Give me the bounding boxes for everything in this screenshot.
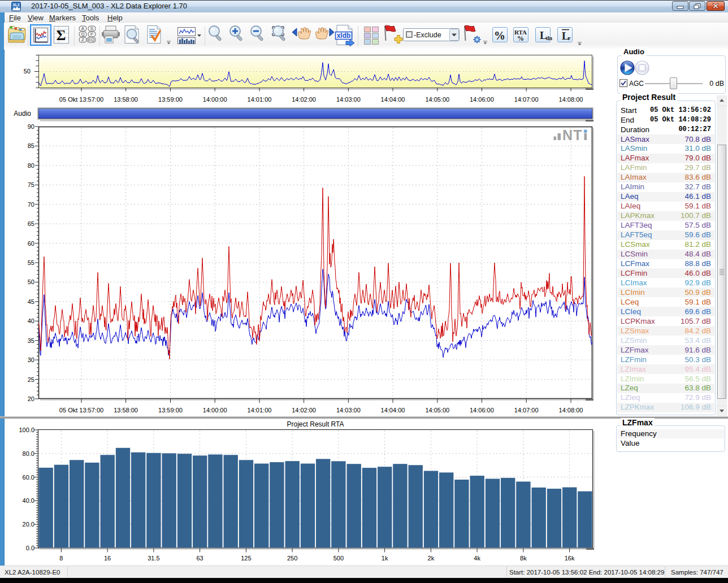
svg-text:80: 80	[28, 162, 34, 169]
svg-text:r: r	[568, 35, 571, 41]
svg-text:14:05:00: 14:05:00	[425, 96, 449, 103]
svg-text:31.5: 31.5	[148, 555, 159, 562]
svg-text:20.0: 20.0	[23, 521, 34, 528]
svg-text:63: 63	[196, 555, 203, 562]
svg-text:xldb: xldb	[337, 32, 351, 40]
svg-text:50: 50	[28, 279, 34, 285]
svg-text:8: 8	[59, 555, 63, 562]
svg-text:F: F	[90, 32, 93, 37]
svg-text:20: 20	[28, 395, 34, 402]
svg-text:XL2: XL2	[13, 3, 20, 7]
svg-text:14:01:00: 14:01:00	[248, 407, 272, 414]
svg-text:13:59:00: 13:59:00	[158, 96, 183, 103]
svg-text:14:00:00: 14:00:00	[203, 96, 227, 103]
svg-text:85: 85	[28, 142, 34, 149]
svg-text:13:58:00: 13:58:00	[114, 96, 138, 103]
svg-text:100.0: 100.0	[19, 427, 34, 433]
svg-text:16: 16	[104, 555, 111, 562]
svg-text:13:58:00: 13:58:00	[114, 407, 138, 414]
svg-text:1k: 1k	[382, 555, 388, 562]
svg-text:250: 250	[287, 555, 297, 562]
svg-text:14:05:00: 14:05:00	[425, 407, 449, 414]
svg-text:14:07:00: 14:07:00	[514, 407, 539, 414]
svg-text:Q: Q	[81, 32, 84, 37]
svg-text:75: 75	[28, 181, 34, 188]
svg-text:NT: NT	[562, 127, 583, 143]
svg-text:14:08:00: 14:08:00	[559, 96, 583, 103]
svg-text:125: 125	[241, 555, 251, 562]
svg-text:dn: dn	[546, 35, 553, 41]
svg-text:Σ: Σ	[57, 27, 66, 43]
svg-text:45: 45	[28, 298, 34, 305]
svg-text:14:02:00: 14:02:00	[292, 407, 316, 414]
svg-text:4k: 4k	[474, 555, 480, 562]
svg-text:Project Result RTA: Project Result RTA	[287, 420, 344, 428]
svg-text:14:00:00: 14:00:00	[203, 407, 227, 414]
svg-text:14:06:00: 14:06:00	[470, 407, 494, 414]
svg-text:14:08:00: 14:08:00	[559, 407, 583, 414]
svg-text:Audio: Audio	[14, 110, 31, 118]
svg-text:14:07:00: 14:07:00	[514, 96, 539, 103]
svg-text:A: A	[81, 26, 85, 31]
svg-text:EQ: EQ	[88, 37, 95, 42]
svg-text:14:06:00: 14:06:00	[470, 96, 494, 103]
svg-text:40: 40	[28, 317, 34, 324]
svg-text:Z: Z	[81, 37, 84, 42]
svg-text:14:01:00: 14:01:00	[248, 96, 272, 103]
svg-text:14:03:00: 14:03:00	[336, 96, 361, 103]
svg-text:65: 65	[28, 220, 34, 227]
svg-text:25: 25	[28, 376, 34, 383]
svg-text:14:04:00: 14:04:00	[381, 96, 405, 103]
svg-text:60: 60	[28, 240, 34, 247]
svg-text:70: 70	[28, 201, 34, 208]
svg-text:13:59:00: 13:59:00	[158, 407, 183, 414]
svg-text:8k: 8k	[520, 555, 527, 562]
svg-text:30: 30	[28, 356, 34, 363]
svg-text:0.0: 0.0	[26, 545, 34, 551]
svg-text:80.0: 80.0	[23, 450, 34, 457]
svg-text:%: %	[517, 34, 524, 42]
svg-text:S: S	[90, 26, 93, 31]
svg-text:55: 55	[28, 259, 34, 266]
svg-text:14:04:00: 14:04:00	[381, 407, 405, 414]
svg-text:14:03:00: 14:03:00	[336, 407, 361, 414]
svg-text:90: 90	[28, 123, 34, 130]
svg-text:2k: 2k	[428, 555, 435, 562]
svg-text:%: %	[494, 29, 505, 42]
svg-text:50: 50	[24, 68, 31, 75]
svg-text:-Exclude: -Exclude	[414, 31, 441, 39]
svg-text:500: 500	[333, 555, 344, 562]
svg-text:60.0: 60.0	[23, 474, 34, 481]
svg-text:35: 35	[28, 337, 34, 344]
svg-text:05 Okt 13:57:00: 05 Okt 13:57:00	[59, 407, 103, 414]
svg-text:40.0: 40.0	[23, 497, 34, 504]
svg-text:16k: 16k	[565, 555, 575, 562]
svg-text:14:02:00: 14:02:00	[292, 96, 316, 103]
svg-text:05 Okt 13:57:00: 05 Okt 13:57:00	[59, 96, 103, 103]
